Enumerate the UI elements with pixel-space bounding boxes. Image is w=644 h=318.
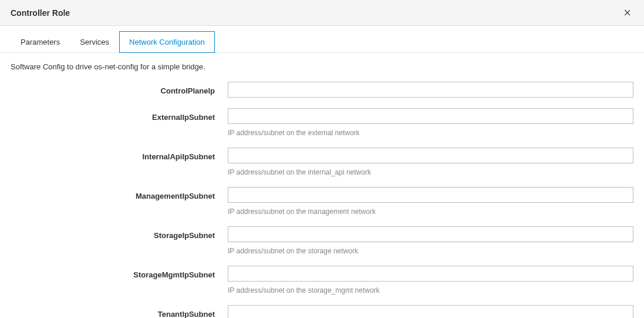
tabs-bar: Parameters Services Network Configuratio…	[0, 26, 644, 53]
field-row-externalipsubnet: ExternalIpSubnet IP address/subnet on th…	[11, 108, 633, 148]
tab-parameters[interactable]: Parameters	[11, 31, 70, 53]
field-row-storageipsubnet: StorageIpSubnet IP address/subnet on the…	[11, 226, 633, 266]
field-help-managementipsubnet: IP address/subnet on the management netw…	[228, 207, 633, 216]
close-icon[interactable]: ×	[621, 6, 633, 19]
tab-network-configuration[interactable]: Network Configuration	[119, 31, 215, 53]
field-row-internalapiipsubnet: InternalApiIpSubnet IP address/subnet on…	[11, 148, 633, 187]
field-label-storagemgmtipsubnet: StorageMgmtIpSubnet	[133, 270, 215, 279]
field-label-storageipsubnet: StorageIpSubnet	[154, 231, 215, 240]
modal-title: Controller Role	[11, 8, 70, 18]
field-input-managementipsubnet[interactable]	[228, 187, 633, 203]
field-label-internalapiipsubnet: InternalApiIpSubnet	[143, 152, 215, 161]
field-input-internalapiipsubnet[interactable]	[228, 148, 633, 163]
field-input-externalipsubnet[interactable]	[228, 108, 633, 124]
field-input-storagemgmtipsubnet[interactable]	[228, 266, 633, 282]
field-row-tenantipsubnet: TenantIpSubnet IP address/subnet on the …	[11, 305, 633, 318]
modal-header: Controller Role ×	[0, 0, 644, 26]
field-input-controlplaneip[interactable]	[228, 82, 633, 98]
field-label-tenantipsubnet: TenantIpSubnet	[158, 310, 215, 318]
field-help-externalipsubnet: IP address/subnet on the external networ…	[228, 129, 633, 137]
field-help-storageipsubnet: IP address/subnet on the storage network	[228, 247, 633, 255]
field-help-internalapiipsubnet: IP address/subnet on the internal_api ne…	[228, 168, 633, 176]
field-input-tenantipsubnet[interactable]	[228, 305, 633, 318]
field-label-externalipsubnet: ExternalIpSubnet	[152, 113, 215, 122]
content-area: Software Config to drive os-net-config f…	[0, 53, 644, 318]
field-row-managementipsubnet: ManagementIpSubnet IP address/subnet on …	[11, 187, 633, 226]
tab-services[interactable]: Services	[70, 31, 119, 53]
field-row-controlplaneip: ControlPlaneIp	[11, 82, 633, 108]
field-help-storagemgmtipsubnet: IP address/subnet on the storage_mgmt ne…	[228, 286, 633, 294]
form-description: Software Config to drive os-net-config f…	[11, 62, 633, 71]
field-row-storagemgmtipsubnet: StorageMgmtIpSubnet IP address/subnet on…	[11, 266, 633, 305]
field-label-controlplaneip: ControlPlaneIp	[161, 86, 215, 95]
field-label-managementipsubnet: ManagementIpSubnet	[136, 192, 215, 200]
field-input-storageipsubnet[interactable]	[228, 226, 633, 242]
